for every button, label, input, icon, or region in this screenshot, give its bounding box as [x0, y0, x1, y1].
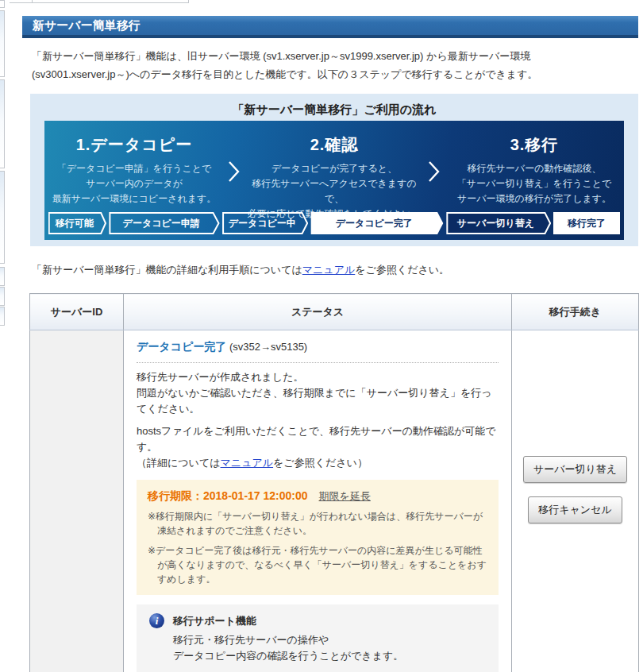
- step-3-line: サーバー環境の移行が完了します。: [445, 191, 624, 207]
- step-2-line: 移行先サーバーへアクセスできますので、: [244, 176, 424, 207]
- step-1-line: サーバー内のデータが: [44, 176, 224, 191]
- status-hosts-line: hostsファイルをご利用いただくことで、移行先サーバーの動作確認が可能です。: [137, 423, 499, 455]
- background-fragment: [0, 287, 5, 306]
- flow-title: 「新サーバー簡単移行」ご利用の流れ: [30, 94, 638, 118]
- support-title: 移行サポート機能: [173, 614, 256, 628]
- status-cell: データコピー完了 (sv352→sv5135) 移行先サーバーが作成されました。…: [124, 330, 512, 672]
- manual-note-post: をご参照ください。: [355, 264, 449, 276]
- manual-link[interactable]: マニュアル: [302, 264, 356, 276]
- background-fragment: [10, 2, 189, 3]
- column-header-server-id: サーバーID: [30, 294, 124, 330]
- intro-line-1: 「新サーバー簡単移行」機能は、旧サーバー環境 (sv1.xserver.jp～s…: [32, 47, 635, 65]
- background-fragment: [0, 171, 5, 264]
- detail-post: をご参照ください）: [273, 457, 368, 469]
- detail-pre: （詳細については: [137, 457, 221, 469]
- migration-cancel-button[interactable]: 移行キャンセル: [528, 496, 622, 523]
- step-2-confirm: 2.確認 データコピーが完了すると、 移行先サーバーへアクセスできますので、 必…: [244, 121, 424, 211]
- step-3-line: 移行先サーバーの動作確認後、: [445, 161, 624, 176]
- table-row: データコピー完了 (sv352→sv5135) 移行先サーバーが作成されました。…: [30, 330, 639, 672]
- progress-segment-complete: 移行完了: [553, 212, 620, 234]
- step-3-migrate: 3.移行 移行先サーバーの動作確認後、 「サーバー切り替え」を行うことで サーバ…: [445, 121, 624, 211]
- status-detail-line: （詳細についてはマニュアルをご参照ください）: [137, 455, 499, 471]
- flow-steps-panel: 1.データコピー 「データコピー申請」を行うことで サーバー内のデータが 最新サ…: [44, 121, 624, 240]
- migration-progress-bar: 移行可能 データコピー申請 データコピー中 データコピー完了 サーバー切り替え …: [48, 212, 620, 234]
- flow-panel: 「新サーバー簡単移行」ご利用の流れ 1.データコピー 「データコピー申請」を行う…: [30, 94, 638, 246]
- step-1-line: 「データコピー申請」を行うことで: [44, 161, 224, 176]
- background-fragment: [0, 10, 5, 77]
- progress-segment-copying: データコピー中: [222, 212, 308, 234]
- progress-segment-copy-request: データコピー申請: [109, 212, 220, 234]
- background-fragment: [0, 307, 5, 326]
- step-1-data-copy: 1.データコピー 「データコピー申請」を行うことで サーバー内のデータが 最新サ…: [44, 121, 224, 211]
- step-3-line: 「サーバー切り替え」を行うことで: [445, 176, 624, 191]
- deadline-label: 移行期限：2018-01-17 12:00:00: [148, 489, 308, 502]
- status-server-detail: (sv352→sv5135): [226, 341, 307, 353]
- progress-segment-copy-done: データコピー完了: [310, 212, 444, 234]
- column-header-procedure: 移行手続き: [512, 294, 639, 330]
- server-id-cell: [30, 330, 124, 672]
- extend-deadline-link[interactable]: 期限を延長: [319, 490, 371, 502]
- step-1-line: 最新サーバー環境にコピーされます。: [44, 191, 224, 207]
- page-title: 新サーバー簡単移行: [22, 16, 638, 35]
- intro-line-2: (sv3001.xserver.jp～)へのデータ移行を目的とした機能です。以下…: [32, 65, 635, 83]
- background-fragment: [32, 0, 33, 3]
- background-fragment: [0, 79, 5, 168]
- support-line: データコピー内容の確認を行うことができます。: [173, 648, 486, 664]
- step-1-heading: 1.データコピー: [44, 134, 224, 156]
- divider: [137, 362, 499, 363]
- background-fragment: [0, 267, 5, 286]
- procedure-cell: サーバー切り替え 移行キャンセル: [512, 330, 639, 672]
- background-fragment: [0, 0, 5, 8]
- support-feature-box: i 移行サポート機能 移行元・移行先サーバーの操作や データコピー内容の確認を行…: [137, 604, 499, 672]
- column-header-status: ステータス: [124, 294, 512, 330]
- chevron-right-icon: [424, 121, 445, 211]
- deadline-note: ※移行期限内に「サーバー切り替え」が行われない場合は、移行先サーバーが凍結されま…: [148, 509, 487, 538]
- step-2-line: データコピーが完了すると、: [244, 161, 424, 176]
- chevron-right-icon: [224, 121, 244, 211]
- background-fragment: [188, 0, 189, 3]
- server-switch-button[interactable]: サーバー切り替え: [523, 456, 627, 483]
- intro-text: 「新サーバー簡単移行」機能は、旧サーバー環境 (sv1.xserver.jp～s…: [32, 47, 635, 83]
- info-icon: i: [149, 613, 164, 628]
- step-2-heading: 2.確認: [244, 134, 424, 156]
- status-created-line: 移行先サーバーが作成されました。: [137, 369, 499, 385]
- migration-status-table: サーバーID ステータス 移行手続き データコピー完了 (sv352→sv513…: [29, 293, 639, 672]
- manual-note: 「新サーバー簡単移行」機能の詳細な利用手順についてはマニュアルをご参照ください。: [32, 263, 449, 277]
- manual-link[interactable]: マニュアル: [221, 457, 274, 469]
- support-line: 移行元・移行先サーバーの操作や: [173, 632, 486, 648]
- deadline-note: ※データコピー完了後は移行元・移行先サーバーの内容に差異が生じる可能性が高くなり…: [148, 543, 487, 586]
- page-title-bar: 新サーバー簡単移行: [22, 16, 638, 38]
- status-confirm-line: 問題がないかご確認いただき、移行期限までに「サーバー切り替え」を行ってください。: [137, 385, 499, 417]
- progress-segment-available: 移行可能: [48, 212, 106, 234]
- step-3-heading: 3.移行: [445, 134, 624, 156]
- status-state-label: データコピー完了: [137, 340, 226, 353]
- deadline-warning-box: 移行期限：2018-01-17 12:00:00期限を延長 ※移行期限内に「サー…: [137, 480, 499, 595]
- manual-note-pre: 「新サーバー簡単移行」機能の詳細な利用手順については: [32, 264, 302, 276]
- progress-segment-switch: サーバー切り替え: [446, 212, 551, 234]
